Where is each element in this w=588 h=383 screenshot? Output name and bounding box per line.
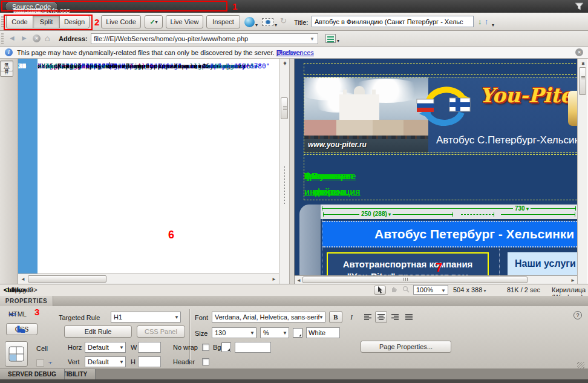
design-horizontal-scrollbar[interactable]: ◄ ► — [295, 275, 577, 284]
html-mode-button[interactable]: <>HTML — [8, 310, 27, 318]
title-input[interactable] — [312, 16, 474, 27]
column-width-730[interactable]: 730 — [513, 205, 531, 212]
column-width-250[interactable]: 250 (288) — [359, 211, 393, 217]
properties-panel-tab[interactable]: PROPERTIES — [0, 296, 53, 306]
code-editor[interactable]: cellspacing="0"> <tr> <td><img src="imag… — [38, 59, 279, 273]
address-dropdown-arrow[interactable]: ▼ — [310, 36, 315, 42]
check-browser-compatibility-button[interactable]: ✓▾ — [145, 15, 163, 28]
more-options-icon[interactable]: » — [1, 65, 12, 78]
annotation-number-2: 2 — [94, 17, 99, 27]
refresh-icon: ↻ — [280, 16, 287, 25]
site-header-image[interactable]: www.you-piter.ru — [304, 77, 577, 153]
close-icon[interactable]: ✕ — [575, 48, 583, 56]
header-checkbox[interactable] — [202, 358, 209, 365]
file-put-icon[interactable]: ↑ — [485, 17, 489, 26]
split-cell-icon[interactable]: ⫟ — [48, 358, 53, 366]
toolbar-grip[interactable] — [1, 33, 4, 44]
scroll-down-arrow[interactable]: ▼ — [581, 61, 586, 281]
merge-cells-icon — [36, 359, 44, 367]
page-properties-button[interactable]: Page Properties... — [361, 341, 451, 353]
preview-in-browser-icon[interactable] — [244, 17, 255, 27]
visual-aids-dropdown-arrow[interactable]: ▾ — [275, 22, 277, 28]
filter-icon[interactable] — [575, 2, 584, 10]
zoom-tool[interactable] — [400, 286, 412, 295]
scrollbar-thumb[interactable] — [302, 277, 528, 283]
help-icon[interactable]: ? — [573, 311, 582, 319]
targeted-rule-select[interactable]: H1▼ — [111, 312, 181, 322]
file-management-dropdown-arrow[interactable]: ▾ — [492, 22, 494, 28]
horz-label: Horz — [68, 344, 82, 351]
table-row-outline — [304, 63, 576, 75]
scroll-right-arrow[interactable]: ► — [272, 277, 276, 282]
align-center-icon[interactable] — [375, 311, 387, 323]
document-split-view: ▤✶⇵⊟✚↰{}#<>≡⚠❝❞✎» 2021222324252627282930… — [0, 59, 588, 284]
code-horizontal-scrollbar[interactable]: ◄ ► — [18, 273, 279, 284]
code-vertical-scrollbar[interactable]: ▲ ▼ — [279, 59, 289, 284]
panel-resize-grip[interactable] — [577, 362, 584, 369]
preview-dropdown-arrow[interactable]: ▾ — [255, 22, 258, 28]
properties-panel: <>HTML ▙▄CSS Targeted Rule H1▼ Edit Rule… — [0, 306, 588, 369]
title-label: Title: — [294, 19, 308, 26]
text-color-field[interactable] — [306, 327, 340, 338]
flags-arrows-logo — [412, 82, 477, 129]
page-heading[interactable]: Автобус Петербург - Хельсинки — [322, 221, 577, 247]
site-url-overlay: www.you-piter.ru — [308, 140, 367, 149]
height-field[interactable] — [138, 356, 161, 367]
live-view-button[interactable]: Live View — [166, 15, 203, 28]
back-icon[interactable]: ◄ — [8, 34, 16, 42]
tag-selector-item[interactable]: <h1> — [4, 286, 19, 293]
size-select[interactable]: 130▼ — [212, 327, 256, 338]
inspect-button[interactable]: Inspect — [206, 15, 240, 28]
design-view[interactable]: www.you-piter.ru — [295, 59, 577, 284]
vert-select[interactable]: Default▼ — [85, 356, 126, 367]
address-input[interactable] — [91, 33, 318, 44]
annotation-box-2 — [4, 15, 93, 30]
results-tab-server-debug[interactable]: SERVER DEBUG — [0, 369, 65, 379]
select-tool[interactable] — [374, 286, 386, 295]
table-width-bar[interactable]: 730 250 (288) — [321, 205, 577, 219]
site-logo-text: You-Piter — [480, 83, 577, 107]
text-color-swatch[interactable] — [293, 328, 302, 338]
annotation-number-1: 1 — [232, 1, 237, 11]
home-icon[interactable]: ⌂ — [45, 33, 50, 43]
no-wrap-checkbox[interactable] — [202, 344, 209, 351]
scrollbar-thumb[interactable] — [28, 275, 106, 283]
align-left-icon[interactable] — [362, 311, 374, 323]
align-right-icon[interactable] — [389, 311, 401, 323]
forward-icon[interactable]: ► — [21, 34, 28, 42]
width-field[interactable] — [138, 342, 161, 353]
live-code-button[interactable]: Live Code — [101, 15, 141, 28]
italic-button[interactable]: I — [345, 311, 358, 323]
services-box[interactable]: Наши услуги — [508, 252, 577, 275]
scroll-left-arrow[interactable]: ◄ — [21, 277, 25, 282]
annotation-box-1 — [1, 1, 227, 11]
hand-tool[interactable] — [388, 286, 400, 295]
scroll-left-arrow[interactable]: ◄ — [296, 278, 301, 283]
size-unit-select[interactable]: %▼ — [260, 327, 289, 338]
magnification-select[interactable]: 100%▼ — [413, 285, 448, 295]
stop-icon[interactable]: ✕ — [33, 34, 41, 42]
window-size-select[interactable]: 504 x 388 — [453, 286, 486, 293]
horz-select[interactable]: Default▼ — [85, 342, 126, 353]
css-mode-button[interactable]: ▙▄CSS — [6, 323, 38, 335]
visual-aids-icon[interactable] — [262, 18, 273, 26]
scroll-right-arrow[interactable]: ► — [570, 278, 575, 283]
nav-link[interactable]: Гостевая книга — [304, 168, 344, 200]
site-tagline: Автобус С.Петербург-Хельсинки — [436, 134, 577, 146]
preferences-link[interactable]: Preferences — [278, 49, 313, 56]
browser-list-icon[interactable] — [325, 34, 336, 43]
bg-color-field[interactable] — [235, 342, 271, 353]
browser-list-dropdown-arrow[interactable]: ▾ — [337, 38, 339, 44]
edit-rule-button[interactable]: Edit Rule — [64, 326, 132, 338]
annotation-number-7: 7 — [436, 261, 442, 275]
bg-color-swatch[interactable] — [221, 342, 231, 352]
font-select[interactable]: Verdana, Arial, Helvetica, sans-serif▼ — [212, 312, 325, 322]
finland-flag-icon — [449, 98, 470, 111]
align-justify-icon[interactable] — [403, 311, 415, 323]
address-label: Address: — [59, 35, 88, 42]
file-get-icon[interactable]: ↓ — [478, 17, 482, 26]
design-vertical-scrollbar[interactable]: ▲ ▼ — [577, 59, 587, 284]
code-design-splitter[interactable] — [289, 59, 295, 284]
scroll-down-arrow[interactable]: ▼ — [283, 61, 287, 283]
bold-button[interactable]: B — [329, 311, 342, 323]
